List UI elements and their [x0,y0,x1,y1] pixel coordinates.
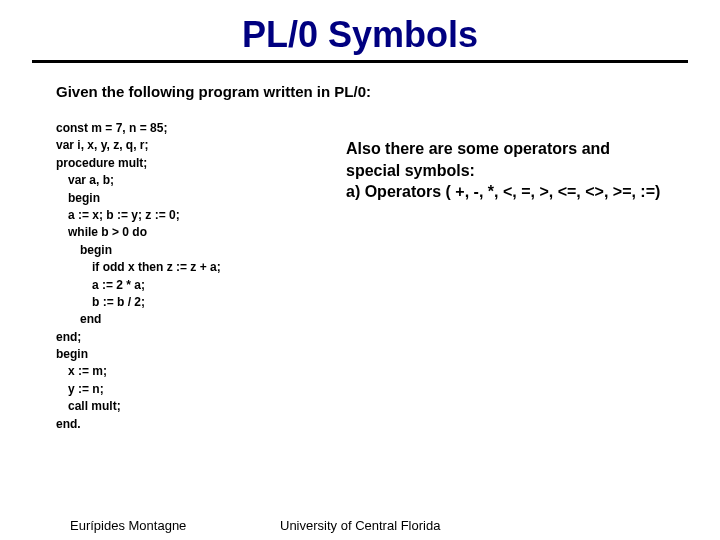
note-line: a) Operators ( +, -, *, <, =, >, <=, <>,… [346,181,706,203]
code-line: b := b / 2; [92,294,306,311]
code-line: end; [56,329,306,346]
code-line: if odd x then z := z + a; [92,259,306,276]
code-line: begin [56,346,306,363]
code-line: y := n; [68,381,306,398]
code-line: a := 2 * a; [92,277,306,294]
code-line: end. [56,416,306,433]
code-line: procedure mult; [56,155,306,172]
code-line: while b > 0 do [68,224,306,241]
code-line: a := x; b := y; z := 0; [68,207,306,224]
code-line: x := m; [68,363,306,380]
code-line: const m = 7, n = 85; [56,120,306,137]
note-line: Also there are some operators and [346,138,706,160]
code-line: begin [80,242,306,259]
content-area: const m = 7, n = 85; var i, x, y, z, q, … [0,120,720,433]
code-line: begin [68,190,306,207]
footer-org: University of Central Florida [280,518,440,533]
intro-text: Given the following program written in P… [56,83,720,100]
code-line: var i, x, y, z, q, r; [56,137,306,154]
note-line: special symbols: [346,160,706,182]
code-line: var a, b; [68,172,306,189]
title-underline [32,60,688,63]
code-line: end [80,311,306,328]
code-block: const m = 7, n = 85; var i, x, y, z, q, … [56,120,306,433]
page-title: PL/0 Symbols [0,0,720,56]
operators-note: Also there are some operators and specia… [346,138,706,433]
code-line: call mult; [68,398,306,415]
footer-author: Eurípides Montagne [70,518,186,533]
